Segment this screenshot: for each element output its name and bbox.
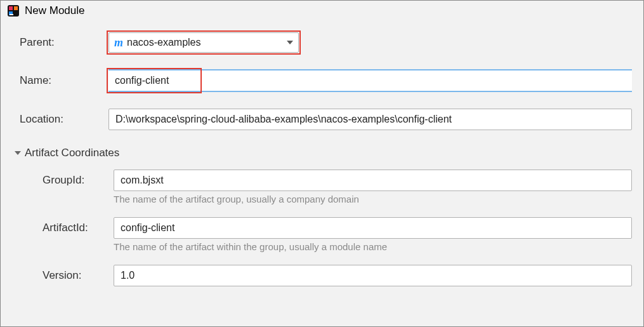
version-input[interactable] [114,265,632,286]
title-bar: New Module [1,1,643,21]
svg-rect-1 [9,6,13,10]
name-label: Name: [20,74,108,87]
groupid-hint: The name of the artifact group, usually … [114,194,359,204]
groupid-input[interactable] [114,170,632,191]
version-label: Version: [43,269,114,282]
svg-rect-4 [10,14,13,15]
location-input[interactable] [108,109,632,130]
svg-rect-2 [14,6,18,10]
intellij-icon [7,4,20,17]
location-label: Location: [20,113,108,126]
form-area: Parent: m nacos-examples Name: Location: [1,21,643,293]
artifact-section-title: Artifact Coordinates [25,147,119,159]
parent-value: nacos-examples [127,37,287,48]
groupid-label: GroupId: [43,174,114,187]
maven-icon: m [114,36,123,50]
artifactid-input[interactable] [114,217,632,239]
dialog-title: New Module [25,4,85,17]
chevron-down-icon [287,41,293,44]
parent-combobox[interactable]: m nacos-examples [108,32,299,53]
artifactid-hint: The name of the artifact within the grou… [114,241,387,252]
parent-label: Parent: [20,36,108,49]
artifact-coordinates-section: GroupId: The name of the artifact group,… [20,170,632,286]
artifact-coordinates-toggle[interactable]: Artifact Coordinates [15,147,632,159]
artifactid-label: ArtifactId: [43,222,114,234]
new-module-dialog: New Module Parent: m nacos-examples Name… [0,0,644,327]
name-input[interactable] [108,70,632,91]
chevron-down-icon [15,151,21,155]
